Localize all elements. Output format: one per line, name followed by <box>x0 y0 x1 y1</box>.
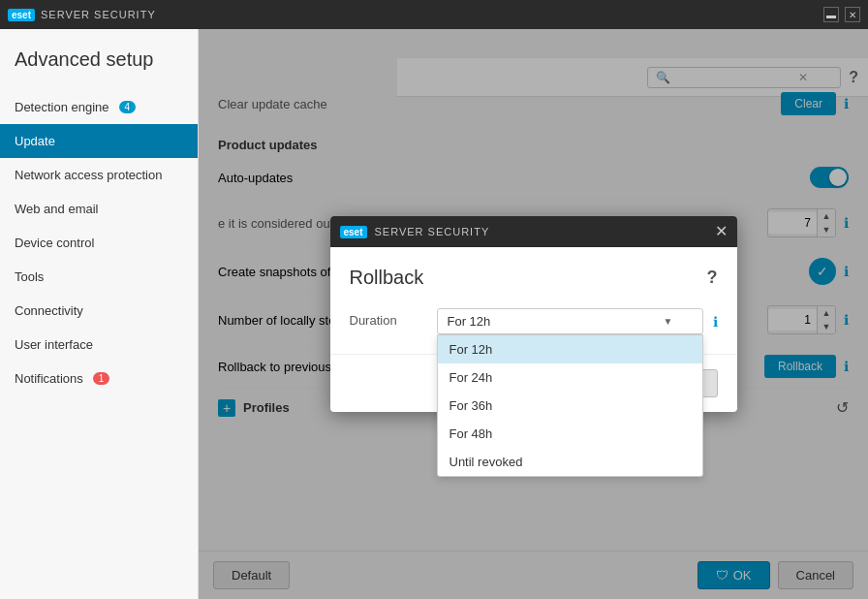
sidebar-item-connectivity[interactable]: Connectivity <box>0 294 198 328</box>
minimize-button[interactable]: ▬ <box>823 7 839 22</box>
chevron-down-icon: ▼ <box>664 316 673 327</box>
dropdown-item-36h[interactable]: For 36h <box>438 392 702 420</box>
sidebar-item-label: Connectivity <box>15 303 83 318</box>
sidebar-item-detection-engine[interactable]: Detection engine 4 <box>0 90 198 124</box>
modal-select-wrap: For 12h ▼ For 12h For 24h For 36h For 48… <box>437 308 703 334</box>
dropdown-item-revoked[interactable]: Until revoked <box>438 448 702 476</box>
sidebar-item-label: Tools <box>15 269 44 284</box>
sidebar-item-device-control[interactable]: Device control <box>0 226 198 260</box>
modal-duration-select[interactable]: For 12h ▼ <box>437 308 703 334</box>
title-bar-controls: ▬ ✕ <box>823 7 860 22</box>
modal-overlay: eset SERVER SECURITY ✕ Rollback ? Durati… <box>199 29 868 599</box>
sidebar: Advanced setup Detection engine 4 Update… <box>0 29 199 599</box>
eset-logo-icon: eset <box>8 9 35 21</box>
sidebar-item-notifications[interactable]: Notifications 1 <box>0 362 198 395</box>
modal-eset-logo: eset <box>340 226 367 238</box>
app-container: Advanced setup Detection engine 4 Update… <box>0 29 868 599</box>
notifications-badge: 1 <box>93 372 110 385</box>
modal-duration-label: Duration <box>350 308 427 328</box>
sidebar-item-label: Notifications <box>15 371 83 386</box>
modal-body: Rollback ? Duration For 12h ▼ <box>330 247 737 354</box>
sidebar-item-label: Network access protection <box>15 168 162 182</box>
title-bar: eset SERVER SECURITY ▬ ✕ <box>0 0 868 29</box>
title-bar-app-name: SERVER SECURITY <box>41 9 156 20</box>
modal-title-text: SERVER SECURITY <box>375 226 490 237</box>
dropdown-item-48h[interactable]: For 48h <box>438 420 702 448</box>
modal-close-button[interactable]: ✕ <box>715 224 728 239</box>
sidebar-item-web-email[interactable]: Web and email <box>0 192 198 226</box>
sidebar-item-label: Web and email <box>15 202 98 216</box>
close-button[interactable]: ✕ <box>845 7 860 22</box>
sidebar-item-label: Detection engine <box>15 100 109 114</box>
modal-duration-row: Duration For 12h ▼ For 12h For 24h For 3… <box>350 308 718 334</box>
modal-duration-info-icon[interactable]: ℹ <box>713 308 718 330</box>
sidebar-item-tools[interactable]: Tools <box>0 260 198 294</box>
rollback-modal: eset SERVER SECURITY ✕ Rollback ? Durati… <box>330 216 737 412</box>
sidebar-item-label: User interface <box>15 337 93 352</box>
sidebar-item-label: Update <box>15 134 55 148</box>
dropdown-item-12h[interactable]: For 12h <box>438 335 702 363</box>
modal-heading: Rollback <box>350 267 424 289</box>
detection-engine-badge: 4 <box>119 101 137 113</box>
dropdown-item-24h[interactable]: For 24h <box>438 363 702 392</box>
sidebar-title: Advanced setup <box>0 39 198 90</box>
title-bar-logo: eset SERVER SECURITY <box>8 9 156 21</box>
modal-titlebar: eset SERVER SECURITY ✕ <box>330 216 737 247</box>
modal-selected-option: For 12h <box>448 314 491 329</box>
modal-heading-row: Rollback ? <box>350 267 718 289</box>
modal-duration-dropdown: For 12h For 24h For 36h For 48h Until re… <box>437 334 703 477</box>
sidebar-item-network-access[interactable]: Network access protection <box>0 158 198 192</box>
modal-help-icon[interactable]: ? <box>707 268 718 288</box>
sidebar-item-user-interface[interactable]: User interface <box>0 328 198 362</box>
sidebar-item-label: Device control <box>15 236 94 250</box>
sidebar-item-update[interactable]: Update <box>0 124 198 158</box>
